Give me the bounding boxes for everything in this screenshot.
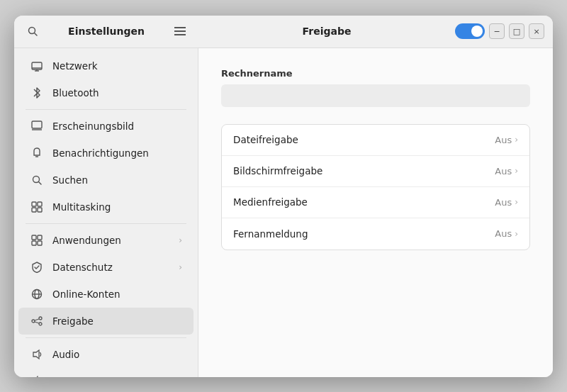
titlebar-left: Einstellungen [14,21,198,41]
bluetooth-icon [30,86,44,100]
sidebar-label-online-konten: Online-Konten [52,289,120,300]
svg-point-26 [32,320,35,323]
svg-point-27 [39,323,42,325]
sidebar-item-erscheinungsbild[interactable]: Erscheinungsbild [18,113,193,140]
freigabe-icon [30,314,44,328]
menu-button[interactable] [170,21,190,41]
sidebar-label-datenschutz: Datenschutz [52,262,113,273]
freigabe-toggle[interactable] [455,23,485,39]
svg-line-1 [35,33,38,36]
svg-rect-20 [32,241,36,245]
benachrichtigungen-icon [30,146,44,160]
erscheinungsbild-icon [30,119,44,133]
sidebar-item-suchen[interactable]: Suchen [18,167,193,194]
svg-rect-16 [32,208,36,212]
chevron-fernanmeldung: › [515,229,518,239]
datenschutz-icon [30,260,44,274]
chevron-medienfreigabe: › [515,197,518,207]
svg-rect-14 [32,202,36,206]
fernanmeldung-status: Aus [495,228,512,239]
sidebar-item-netzwerk[interactable]: Netzwerk [18,52,193,79]
sidebar-label-anwendungen: Anwendungen [52,235,121,246]
svg-point-25 [39,317,42,320]
sharing-row-dateifreigabe[interactable]: Dateifreigabe Aus › [222,125,529,156]
main-content: Rechnername Dateifreigabe Aus › Bildschi… [198,48,553,377]
suchen-icon [30,173,44,187]
divider-2 [26,223,186,224]
sidebar-label-bluetooth: Bluetooth [52,87,99,99]
sidebar-label-multitasking: Multitasking [52,201,111,213]
sharing-row-medienfreigabe[interactable]: Medienfreigabe Aus › [222,187,529,218]
close-button[interactable]: × [529,23,544,39]
bildschirmfreigabe-label: Bildschirmfreigabe [233,165,495,177]
sidebar-label-suchen: Suchen [52,174,88,186]
svg-rect-9 [32,121,42,128]
divider-3 [26,337,186,338]
svg-rect-19 [38,235,42,240]
chevron-dateifreigabe: › [515,135,518,145]
content-area: Netzwerk Bluetooth Erschein [14,48,553,377]
sharing-row-fernanmeldung[interactable]: Fernanmeldung Aus › [222,218,529,250]
svg-rect-21 [38,241,42,245]
minimize-button[interactable]: − [489,23,505,39]
medienfreigabe-status: Aus [495,197,512,208]
titlebar: Einstellungen Freigabe − □ × [14,16,553,48]
titlebar-right: − □ × [455,23,553,39]
svg-line-13 [39,181,42,184]
svg-rect-18 [32,235,36,240]
svg-line-28 [35,319,39,320]
chevron-anwendungen: › [179,235,182,245]
sidebar-label-energie: Energie [52,376,89,377]
svg-line-29 [35,322,39,323]
sidebar-item-bluetooth[interactable]: Bluetooth [18,79,193,106]
sidebar-label-erscheinungsbild: Erscheinungsbild [52,121,134,132]
svg-rect-15 [38,202,42,206]
fernanmeldung-label: Fernanmeldung [233,228,495,240]
titlebar-center: Freigabe [198,26,455,37]
bildschirmfreigabe-status: Aus [495,166,512,177]
search-button[interactable] [23,21,43,41]
online-konten-icon [30,287,44,301]
sidebar-label-netzwerk: Netzwerk [52,60,98,72]
energie-icon [30,374,44,377]
sidebar-item-online-konten[interactable]: Online-Konten [18,281,193,308]
sharing-row-bildschirmfreigabe[interactable]: Bildschirmfreigabe Aus › [222,156,529,187]
dateifreigabe-label: Dateifreigabe [233,134,495,145]
maximize-button[interactable]: □ [509,23,524,39]
anwendungen-icon [30,233,44,247]
divider-1 [26,109,186,110]
sidebar-item-benachrichtigungen[interactable]: Benachrichtigungen [18,140,193,167]
settings-window: Einstellungen Freigabe − □ × [14,16,553,377]
svg-marker-30 [33,350,39,359]
page-title: Freigabe [303,26,352,37]
sidebar-item-audio[interactable]: Audio [18,341,193,368]
audio-icon [30,347,44,362]
sidebar-item-multitasking[interactable]: Multitasking [18,194,193,220]
chevron-bildschirmfreigabe: › [515,166,518,176]
computer-name-label: Rechnername [221,68,530,79]
medienfreigabe-label: Medienfreigabe [233,196,495,208]
app-title: Einstellungen [50,26,163,37]
sidebar-item-freigabe[interactable]: Freigabe [18,308,193,335]
sidebar: Netzwerk Bluetooth Erschein [14,48,198,377]
sidebar-item-anwendungen[interactable]: Anwendungen › [18,227,193,254]
sidebar-label-freigabe: Freigabe [52,315,94,327]
netzwerk-icon [30,59,44,73]
multitasking-icon [30,200,44,214]
sidebar-item-energie[interactable]: Energie [18,368,193,377]
sidebar-item-datenschutz[interactable]: Datenschutz › [18,254,193,281]
svg-rect-17 [38,208,42,212]
sidebar-label-benachrichtigungen: Benachrichtigungen [52,147,149,159]
chevron-datenschutz: › [179,262,182,272]
sidebar-label-audio: Audio [52,349,79,360]
dateifreigabe-status: Aus [495,135,512,145]
sharing-list: Dateifreigabe Aus › Bildschirmfreigabe A… [221,124,530,250]
computer-name-input[interactable] [221,84,530,107]
